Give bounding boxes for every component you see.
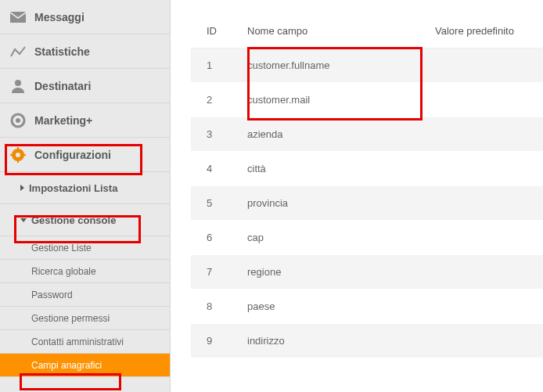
table-row[interactable]: 4città xyxy=(191,152,543,186)
cell-id: 9 xyxy=(191,324,238,358)
cell-default xyxy=(426,49,543,83)
col-header-name[interactable]: Nome campo xyxy=(238,14,426,49)
mail-icon xyxy=(9,9,27,26)
section-header-impostazioni-lista[interactable]: Impostazioni Lista xyxy=(0,172,170,203)
cell-id: 2 xyxy=(191,83,238,117)
cell-id: 1 xyxy=(191,49,238,83)
section-label: Gestione console xyxy=(31,214,116,226)
table-row[interactable]: 1customer.fullname xyxy=(191,49,543,83)
table-body: 1customer.fullname2customer.mail3azienda… xyxy=(191,49,543,358)
cell-id: 3 xyxy=(191,117,238,152)
sidebar: Messaggi Statistiche Destinatari Marketi… xyxy=(0,0,171,392)
svg-rect-6 xyxy=(17,160,19,163)
col-header-id[interactable]: ID xyxy=(191,14,238,49)
nav-statistiche[interactable]: Statistiche xyxy=(0,34,170,69)
cell-default xyxy=(426,255,543,290)
cell-id: 5 xyxy=(191,186,238,221)
svg-point-2 xyxy=(16,118,20,123)
table-row[interactable]: 5provincia xyxy=(191,186,543,221)
nav-label: Destinatari xyxy=(34,80,91,92)
cell-name: indirizzo xyxy=(238,324,426,358)
cell-name: customer.fullname xyxy=(238,49,426,83)
nav-configurazioni[interactable]: Configurazioni xyxy=(0,138,170,172)
table-row[interactable]: 2customer.mail xyxy=(191,83,543,117)
svg-rect-8 xyxy=(23,154,26,156)
section-items: Gestione Liste Ricerca globale Password … xyxy=(0,236,170,376)
cell-id: 4 xyxy=(191,152,238,186)
table-row[interactable]: 3azienda xyxy=(191,117,543,152)
section-gestione-console: Gestione console Gestione Liste Ricerca … xyxy=(0,204,170,377)
cell-default xyxy=(426,152,543,186)
table-row[interactable]: 8paese xyxy=(191,290,543,324)
main-content: ID Nome campo Valore predefinito 1custom… xyxy=(171,0,543,392)
cell-default xyxy=(426,221,543,255)
cell-id: 6 xyxy=(191,221,238,255)
stats-icon xyxy=(9,43,27,60)
cell-default xyxy=(426,324,543,358)
nav-label: Messaggi xyxy=(34,11,85,23)
cell-name: azienda xyxy=(238,117,426,152)
cell-default xyxy=(426,186,543,221)
table-header-row: ID Nome campo Valore predefinito xyxy=(191,14,543,49)
svg-point-0 xyxy=(15,80,21,86)
nav-destinatari[interactable]: Destinatari xyxy=(0,69,170,103)
cell-name: regione xyxy=(238,255,426,290)
svg-rect-5 xyxy=(17,147,19,150)
section-label: Impostazioni Lista xyxy=(29,182,117,194)
cell-name: provincia xyxy=(238,186,426,221)
sidebar-item-contatti-amministrativi[interactable]: Contatti amministrativi xyxy=(0,329,170,353)
table-row[interactable]: 9indirizzo xyxy=(191,324,543,358)
sidebar-item-password[interactable]: Password xyxy=(0,282,170,306)
nav-messaggi[interactable]: Messaggi xyxy=(0,0,170,34)
user-icon xyxy=(9,77,27,95)
section-header-gestione-console[interactable]: Gestione console xyxy=(0,204,170,236)
table-row[interactable]: 6cap xyxy=(191,221,543,255)
sidebar-item-campi-anagrafici[interactable]: Campi anagrafici xyxy=(0,353,170,376)
nav-label: Configurazioni xyxy=(34,149,111,161)
section-impostazioni-lista: Impostazioni Lista xyxy=(0,172,170,204)
gear-icon xyxy=(9,146,27,164)
chevron-down-icon xyxy=(20,218,27,222)
cell-default xyxy=(426,83,543,117)
cell-name: cap xyxy=(238,221,426,255)
cell-default xyxy=(426,290,543,324)
cell-id: 7 xyxy=(191,255,238,290)
cell-name: customer.mail xyxy=(238,83,426,117)
cell-name: città xyxy=(238,152,426,186)
cell-name: paese xyxy=(238,290,426,324)
sidebar-item-ricerca-globale[interactable]: Ricerca globale xyxy=(0,259,170,282)
fields-table: ID Nome campo Valore predefinito 1custom… xyxy=(191,14,543,358)
nav-label: Statistiche xyxy=(34,45,90,58)
svg-rect-7 xyxy=(10,154,13,156)
col-header-default[interactable]: Valore predefinito xyxy=(426,14,543,49)
nav-marketing[interactable]: Marketing+ xyxy=(0,103,170,138)
sidebar-item-gestione-permessi[interactable]: Gestione permessi xyxy=(0,306,170,329)
sidebar-item-gestione-liste[interactable]: Gestione Liste xyxy=(0,236,170,259)
nav-label: Marketing+ xyxy=(34,114,92,127)
table-row[interactable]: 7regione xyxy=(191,255,543,290)
cell-default xyxy=(426,117,543,152)
cell-id: 8 xyxy=(191,290,238,324)
chevron-right-icon xyxy=(20,185,24,191)
svg-point-4 xyxy=(16,153,20,157)
target-icon xyxy=(9,112,27,129)
